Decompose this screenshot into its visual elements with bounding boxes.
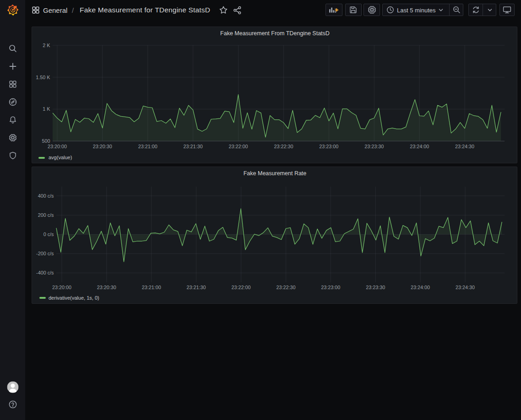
svg-text:23:20:00: 23:20:00 — [52, 285, 71, 290]
svg-text:Fake Measurement Rate: Fake Measurement Rate — [244, 170, 307, 177]
svg-text:23:23:00: 23:23:00 — [321, 285, 340, 290]
svg-text:0 c/s: 0 c/s — [43, 232, 54, 237]
svg-text:23:21:00: 23:21:00 — [138, 144, 157, 149]
svg-text:23:24:30: 23:24:30 — [455, 144, 474, 149]
svg-text:-200 c/s: -200 c/s — [36, 251, 54, 256]
svg-text:1.50 K: 1.50 K — [36, 75, 50, 80]
svg-text:23:20:30: 23:20:30 — [93, 144, 112, 149]
svg-text:23:21:30: 23:21:30 — [187, 285, 206, 290]
svg-text:23:23:30: 23:23:30 — [366, 285, 385, 290]
svg-text:23:22:00: 23:22:00 — [231, 285, 250, 290]
svg-text:200 c/s: 200 c/s — [38, 212, 54, 218]
svg-text:23:24:30: 23:24:30 — [456, 285, 475, 290]
svg-text:23:22:00: 23:22:00 — [229, 144, 248, 149]
svg-text:Fake Measurement From TDengine: Fake Measurement From TDengine StatsD — [220, 30, 330, 37]
svg-text:500: 500 — [42, 138, 50, 144]
svg-text:23:20:00: 23:20:00 — [48, 144, 67, 149]
svg-text:2 K: 2 K — [43, 43, 50, 48]
svg-text:23:21:30: 23:21:30 — [184, 144, 203, 149]
svg-text:-400 c/s: -400 c/s — [36, 270, 54, 275]
svg-text:23:22:30: 23:22:30 — [276, 285, 295, 290]
svg-text:23:22:30: 23:22:30 — [274, 144, 293, 149]
svg-text:23:20:30: 23:20:30 — [97, 285, 116, 290]
svg-text:23:24:00: 23:24:00 — [410, 144, 429, 149]
svg-text:23:23:00: 23:23:00 — [319, 144, 338, 149]
svg-text:23:24:00: 23:24:00 — [411, 285, 430, 290]
svg-text:1 K: 1 K — [43, 106, 50, 112]
svg-text:23:21:00: 23:21:00 — [142, 285, 161, 290]
svg-text:400 c/s: 400 c/s — [38, 193, 54, 199]
svg-text:23:23:30: 23:23:30 — [364, 144, 384, 149]
